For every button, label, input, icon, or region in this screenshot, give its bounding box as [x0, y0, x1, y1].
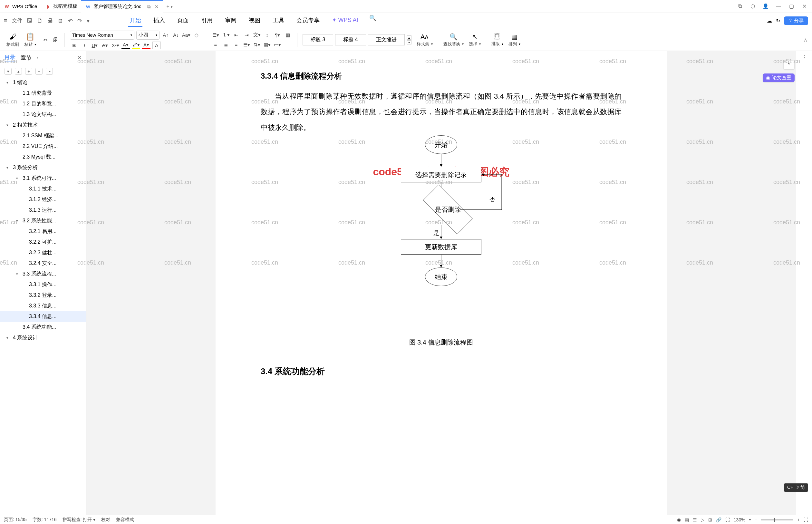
shading-icon[interactable]: ▦▾	[263, 41, 271, 49]
toc-item[interactable]: 3.3.2 登录...	[0, 290, 86, 301]
chevron-down-icon[interactable]: ▾	[6, 166, 11, 170]
chevron-right-icon[interactable]: ›	[37, 55, 38, 61]
zoom-slider[interactable]	[761, 519, 793, 521]
ribbon-tab-insert[interactable]: 插入	[152, 15, 166, 27]
sidebar-tab-chapter[interactable]: 章节	[21, 54, 32, 62]
highlight-icon[interactable]: 🖍▾	[132, 42, 140, 49]
preview-icon[interactable]: 🗎	[58, 17, 64, 24]
bullets-icon[interactable]: ☰▾	[211, 31, 220, 39]
copy-icon[interactable]: 🗐	[51, 36, 59, 44]
toc-item[interactable]: 3.2.1 易用...	[0, 226, 86, 237]
font-name-select[interactable]: Times New Roman▾	[70, 31, 134, 39]
toc-item[interactable]: 3.1.1 技术...	[0, 184, 86, 194]
find-replace-button[interactable]: 🔍 查找替换▾	[442, 33, 466, 47]
new-icon[interactable]: 🗋	[37, 17, 43, 24]
cube-icon[interactable]: ⬡	[749, 3, 757, 9]
clear-format-icon[interactable]: ◇	[192, 31, 201, 39]
strike-icon[interactable]: A▾	[101, 42, 109, 49]
toc-item[interactable]: ▾4 系统设计	[0, 332, 86, 343]
asian-layout-icon[interactable]: A	[152, 42, 161, 49]
toc-item[interactable]: 3.2.4 安全...	[0, 258, 86, 269]
fit-icon[interactable]: ⛶	[725, 517, 730, 522]
select-button[interactable]: ↖ 选择▾	[467, 33, 483, 47]
close-icon[interactable]: ✕	[800, 3, 808, 9]
text-direction-icon[interactable]: 文▾	[253, 31, 261, 39]
sort-icon[interactable]: ↕	[263, 31, 271, 39]
decrease-font-icon[interactable]: A↓	[172, 31, 180, 39]
ribbon-tab-home[interactable]: 开始	[128, 15, 143, 27]
toc-item[interactable]: ▾2 相关技术	[0, 120, 86, 131]
plagiarism-check-button[interactable]: ◉ 论文查重	[763, 73, 795, 82]
tab-document[interactable]: W 客户管理系统论文.doc ⧉ ✕	[81, 0, 162, 13]
ribbon-tab-tools[interactable]: 工具	[271, 15, 285, 27]
font-size-select[interactable]: 小四▾	[136, 31, 160, 39]
toc-item[interactable]: ▾3.1 系统可行...	[0, 173, 86, 184]
file-menu[interactable]: 文件	[12, 17, 22, 24]
fill-color-icon[interactable]: A▾	[142, 42, 150, 49]
style-heading3[interactable]: 标题 3	[302, 34, 333, 46]
format-painter-icon[interactable]: 🖌	[9, 33, 16, 41]
tab-wps[interactable]: W WPS Office	[0, 0, 41, 13]
style-up-icon[interactable]: ▴	[407, 35, 412, 39]
toc-item[interactable]: 2.1 SSM 框架...	[0, 131, 86, 141]
tab-add-button[interactable]: + ▾	[163, 3, 177, 9]
toc-item[interactable]: ▾3.2 系统性能...	[0, 216, 86, 226]
page-view-icon[interactable]: ▤	[685, 517, 689, 522]
sidebar-close-icon[interactable]: ✕	[77, 55, 82, 61]
chevron-down-icon[interactable]: ▾	[34, 43, 36, 46]
document-area[interactable]: 3.3.4 信息删除流程分析 当从程序里面删除某种无效数据时，遵循程序的信息删除…	[86, 51, 796, 515]
ribbon-collapse-icon[interactable]: ∧	[803, 37, 808, 43]
change-case-icon[interactable]: Aa▾	[182, 31, 190, 39]
toc-item[interactable]: 2.2 VUE 介绍...	[0, 141, 86, 152]
line-space-icon[interactable]: ⇅▾	[253, 41, 261, 49]
toc-item[interactable]: 3.2.3 健壮...	[0, 247, 86, 258]
zoom-in-icon[interactable]: +	[797, 517, 800, 522]
add-icon[interactable]: +	[25, 68, 32, 75]
tab-template[interactable]: ◗ 找稻壳模板	[41, 0, 81, 13]
panel-icon[interactable]: ⋮	[802, 54, 807, 60]
ribbon-tab-review[interactable]: 审阅	[223, 15, 238, 27]
outline-view-icon[interactable]: ☰	[693, 517, 697, 522]
zoom-value[interactable]: 130%	[734, 517, 745, 522]
toc-item[interactable]: 1.2 目的和意...	[0, 99, 86, 109]
toc-item[interactable]: 3.2.2 可扩...	[0, 237, 86, 247]
numbers-icon[interactable]: ⒈▾	[222, 31, 230, 39]
italic-icon[interactable]: I	[80, 42, 88, 49]
toc-list[interactable]: ▾1 绪论1.1 研究背景1.2 目的和意...1.3 论文结构...▾2 相关…	[0, 77, 86, 515]
align-center-icon[interactable]: ≣	[222, 41, 230, 49]
collapse-icon[interactable]: ▾	[4, 68, 12, 75]
para-border-icon[interactable]: ▭▾	[273, 41, 282, 49]
align-left-icon[interactable]: ≡	[211, 41, 220, 49]
windows-icon[interactable]: ⧉	[736, 3, 744, 9]
expand-icon[interactable]: ▴	[15, 68, 22, 75]
superscript-icon[interactable]: X²▾	[111, 42, 119, 49]
paste-icon[interactable]: 📋	[26, 33, 34, 41]
toc-item[interactable]: 1.1 研究背景	[0, 88, 86, 99]
chevron-down-icon[interactable]: ▾	[6, 81, 11, 85]
grid-icon[interactable]: ⊞	[708, 517, 712, 522]
justify-icon[interactable]: ☰▾	[242, 41, 251, 49]
chevron-down-icon[interactable]: ▾	[16, 176, 21, 180]
toc-item[interactable]: ▾1 绪论	[0, 77, 86, 88]
zoom-out-icon[interactable]: −	[755, 517, 757, 522]
play-icon[interactable]: ▷	[701, 517, 705, 522]
cut-icon[interactable]: ✂	[41, 36, 50, 44]
tab-close-icon[interactable]: ✕	[155, 4, 159, 10]
cloud-icon[interactable]: ☁	[767, 18, 772, 24]
avatar-icon[interactable]: 👤	[762, 3, 769, 9]
more-icon[interactable]: ⋯	[46, 68, 53, 75]
chevron-down-icon[interactable]: ▾	[6, 123, 11, 127]
show-marks-icon[interactable]: ¶▾	[273, 31, 282, 39]
toc-item[interactable]: 3.4 系统功能...	[0, 322, 86, 332]
toc-item[interactable]: 1.3 论文结构...	[0, 109, 86, 120]
save-icon[interactable]: 🖫	[27, 17, 33, 24]
redo-icon[interactable]: ↷	[77, 17, 82, 24]
toc-item[interactable]: 2.3 Mysql 数...	[0, 152, 86, 162]
underline-icon[interactable]: U▾	[90, 42, 99, 49]
style-set-group[interactable]: Aᴀ 样式集▾	[415, 33, 435, 47]
order-button[interactable]: ▦ 排列▾	[507, 33, 522, 47]
toc-item[interactable]: 3.1.2 经济...	[0, 194, 86, 205]
chevron-down-icon[interactable]: ▾	[16, 272, 21, 276]
share-button[interactable]: ⇪ 分享	[784, 16, 808, 25]
link-icon[interactable]: 🔗	[716, 517, 722, 522]
